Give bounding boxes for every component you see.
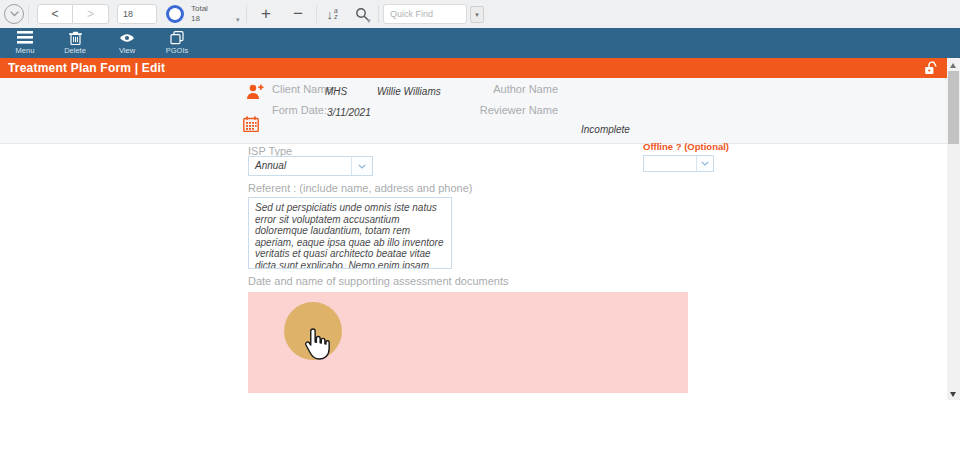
remove-record-button[interactable]: − xyxy=(285,2,311,26)
next-record-button[interactable]: > xyxy=(73,4,109,24)
form-title-bar: Treatment Plan Form | Edit xyxy=(0,58,947,78)
status-badge: Incomplete xyxy=(581,124,630,135)
author-name-label: Author Name xyxy=(460,83,558,95)
chevron-down-icon[interactable] xyxy=(696,156,713,171)
record-number-input[interactable] xyxy=(117,4,157,24)
pages-icon xyxy=(170,30,184,45)
toolbar-separator xyxy=(28,5,29,23)
action-toolbar: Menu Delete View PGOIs xyxy=(0,28,960,58)
total-dropdown-caret[interactable]: ▾ xyxy=(236,16,240,24)
record-nav-group: < > xyxy=(37,4,109,24)
sort-az-icon: a z xyxy=(334,8,338,21)
delete-label: Delete xyxy=(64,46,86,55)
top-toolbar: < > Total 18 ▾ + − ↓ a z ▾ ▼ xyxy=(0,0,960,28)
calendar-icon[interactable] xyxy=(243,116,259,136)
previous-record-button[interactable]: < xyxy=(37,4,73,24)
eye-icon xyxy=(119,30,135,45)
supporting-docs-label: Date and name of supporting assessment d… xyxy=(248,275,508,287)
app-window: < > Total 18 ▾ + − ↓ a z ▾ ▼ xyxy=(0,0,960,469)
toolbar-separator xyxy=(316,5,317,23)
collapse-toolbar-button[interactable] xyxy=(4,4,24,24)
search-button[interactable] xyxy=(349,2,375,26)
chevron-down-icon[interactable] xyxy=(351,157,372,175)
sort-letter-z: z xyxy=(334,14,338,21)
sort-button[interactable]: ↓ a z xyxy=(319,2,345,26)
scrollbar-thumb[interactable] xyxy=(948,71,959,144)
trash-icon xyxy=(69,30,82,45)
hand-cursor-icon xyxy=(301,326,330,366)
form-content: ISP Type Annual Offline ? (Optional) Ref… xyxy=(0,144,947,400)
total-label: Total xyxy=(191,4,208,14)
client-code-value: MHS xyxy=(325,86,347,97)
menu-button[interactable]: Menu xyxy=(3,30,47,57)
referent-label: Referent : (include name, address and ph… xyxy=(248,182,472,194)
view-button[interactable]: View xyxy=(105,30,149,57)
client-name-value: Willie Williams xyxy=(377,86,441,97)
offline-label: Offline ? (Optional) xyxy=(643,141,729,152)
offline-select[interactable] xyxy=(643,155,714,172)
menu-icon xyxy=(17,30,33,45)
total-ring-icon xyxy=(166,5,184,23)
vertical-scrollbar[interactable] xyxy=(947,58,960,400)
isp-type-select[interactable]: Annual xyxy=(248,156,373,176)
quick-find-input[interactable] xyxy=(383,4,467,24)
add-record-button[interactable]: + xyxy=(253,2,279,26)
client-info-band: Client Name: MHS Willie Williams Form Da… xyxy=(0,78,947,144)
search-dropdown-caret[interactable]: ▾ xyxy=(367,17,371,25)
pgois-label: PGOIs xyxy=(166,46,189,55)
form-date-value: 3/11/2021 xyxy=(327,107,371,118)
reviewer-name-label: Reviewer Name xyxy=(460,104,558,116)
record-total: Total 18 xyxy=(191,4,208,23)
delete-button[interactable]: Delete xyxy=(53,30,97,57)
scroll-down-arrow[interactable] xyxy=(950,392,956,397)
quick-find-dropdown-button[interactable]: ▼ xyxy=(470,6,484,23)
toolbar-separator xyxy=(246,5,247,23)
person-add-icon xyxy=(246,83,264,105)
total-value: 18 xyxy=(191,14,208,24)
isp-type-value: Annual xyxy=(249,157,351,175)
chevron-down-icon xyxy=(10,11,19,17)
scroll-up-arrow[interactable] xyxy=(950,63,956,68)
sort-arrow-icon: ↓ xyxy=(326,7,333,22)
offline-value xyxy=(644,156,696,171)
supporting-docs-highlight-area[interactable] xyxy=(248,292,688,393)
toolbar-separator xyxy=(378,5,379,23)
menu-label: Menu xyxy=(16,46,35,55)
page-title: Treatment Plan Form | Edit xyxy=(8,61,165,75)
form-date-label: Form Date: xyxy=(272,104,327,116)
view-label: View xyxy=(119,46,135,55)
pgois-button[interactable]: PGOIs xyxy=(155,30,199,57)
unlock-icon[interactable] xyxy=(924,61,937,79)
referent-textarea[interactable]: Sed ut perspiciatis unde omnis iste natu… xyxy=(248,197,452,269)
